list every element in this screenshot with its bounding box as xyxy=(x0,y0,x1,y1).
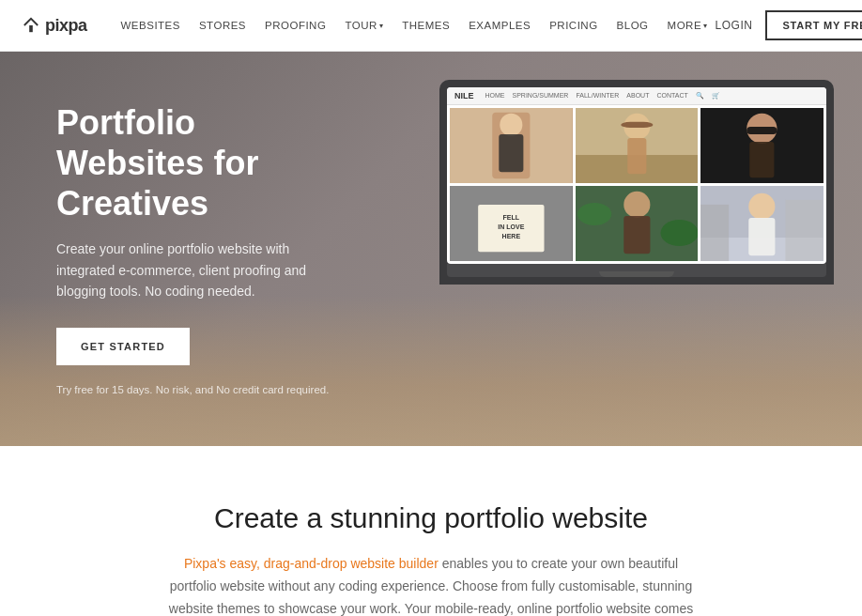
hero-content: Portfolio Websites for Creatives Create … xyxy=(0,102,338,396)
chevron-down-icon: ▾ xyxy=(379,22,384,30)
nav-examples[interactable]: EXAMPLES xyxy=(461,20,538,31)
features-section: Create a stunning portfolio website Pixp… xyxy=(0,446,862,616)
svg-text:IN LOVE: IN LOVE xyxy=(498,223,524,230)
laptop-base xyxy=(447,264,826,277)
photo-cell-5 xyxy=(576,186,699,261)
hero-subtitle: Create your online portfolio website wit… xyxy=(56,239,338,301)
photo-grid: FELL IN LOVE HERE xyxy=(447,105,826,264)
svg-rect-22 xyxy=(623,216,650,254)
nav-pricing[interactable]: PRICING xyxy=(542,20,605,31)
screen-brand: NILE xyxy=(454,91,474,100)
svg-text:HERE: HERE xyxy=(502,233,521,239)
start-trial-button[interactable]: START MY FREE TRIAL xyxy=(765,10,862,40)
svg-rect-30 xyxy=(749,218,776,255)
logo-text: pixpa xyxy=(45,16,87,36)
nav-more[interactable]: MORE ▾ xyxy=(660,20,716,31)
section-title: Create a stunning portfolio website xyxy=(23,502,839,534)
nav-links: WEBSITES STORES PROOFING TOUR ▾ THEMES E… xyxy=(114,20,716,31)
photo-cell-1 xyxy=(450,108,573,183)
nav-themes[interactable]: THEMES xyxy=(394,20,457,31)
svg-point-24 xyxy=(660,220,698,246)
svg-rect-8 xyxy=(621,122,653,128)
navbar-right: LOGIN START MY FREE TRIAL xyxy=(716,10,862,40)
nav-stores[interactable]: STORES xyxy=(192,20,254,31)
logo[interactable]: pixpa xyxy=(23,16,87,36)
svg-rect-0 xyxy=(29,25,33,32)
nav-tour[interactable]: TOUR ▾ xyxy=(337,20,391,31)
get-started-button[interactable]: GET STARTED xyxy=(56,328,190,365)
laptop-body: NILE HOME SPRING/SUMMER FALL/WINTER ABOU… xyxy=(439,80,834,285)
photo-cell-3 xyxy=(700,108,824,183)
laptop-mockup: NILE HOME SPRING/SUMMER FALL/WINTER ABOU… xyxy=(439,80,834,285)
screen-header: NILE HOME SPRING/SUMMER FALL/WINTER ABOU… xyxy=(447,87,826,105)
trial-note: Try free for 15 days. No risk, and No cr… xyxy=(56,384,338,395)
svg-rect-13 xyxy=(750,142,775,177)
chevron-down-icon: ▾ xyxy=(703,22,708,30)
svg-point-23 xyxy=(577,203,611,225)
login-link[interactable]: LOGIN xyxy=(716,19,753,32)
hero-title: Portfolio Websites for Creatives xyxy=(56,102,338,224)
svg-point-21 xyxy=(623,192,650,218)
photo-cell-6 xyxy=(700,186,824,261)
svg-rect-12 xyxy=(747,127,777,134)
section-description: Pixpa's easy, drag-and-drop website buil… xyxy=(168,553,694,616)
svg-point-3 xyxy=(500,114,522,136)
highlight-text: Pixpa's easy, drag-and-drop website buil… xyxy=(184,556,439,571)
nav-proofing[interactable]: PROOFING xyxy=(257,20,333,31)
photo-cell-2 xyxy=(576,108,699,183)
screen-nav: HOME SPRING/SUMMER FALL/WINTER ABOUT CON… xyxy=(485,92,720,100)
nav-websites[interactable]: WEBSITES xyxy=(114,20,188,31)
svg-point-29 xyxy=(749,193,776,220)
navbar: pixpa WEBSITES STORES PROOFING TOUR ▾ TH… xyxy=(0,0,862,52)
laptop-screen: NILE HOME SPRING/SUMMER FALL/WINTER ABOU… xyxy=(447,87,826,264)
nav-blog[interactable]: BLOG xyxy=(609,20,656,31)
hero-section: Portfolio Websites for Creatives Create … xyxy=(0,52,862,446)
svg-rect-27 xyxy=(700,205,729,261)
svg-text:FELL: FELL xyxy=(503,214,520,221)
svg-rect-28 xyxy=(786,200,824,261)
photo-cell-4: FELL IN LOVE HERE xyxy=(450,186,573,261)
pixpa-logo-icon xyxy=(23,17,39,34)
svg-rect-9 xyxy=(627,138,646,174)
svg-rect-4 xyxy=(499,134,523,172)
